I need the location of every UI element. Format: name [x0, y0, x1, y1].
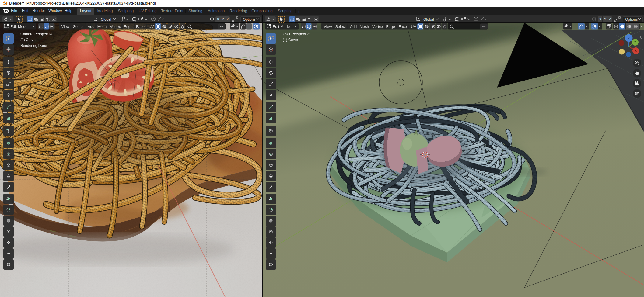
svg-text:UV: UV — [149, 25, 154, 29]
svg-text:X: X — [635, 49, 637, 53]
svg-text:View: View — [324, 25, 332, 29]
svg-text:Edge: Edge — [386, 25, 395, 29]
svg-text:Face: Face — [136, 25, 145, 29]
svg-text:(1) Curve: (1) Curve — [283, 38, 298, 42]
svg-text:Add: Add — [88, 25, 94, 29]
svg-text:Edit Mode: Edit Mode — [273, 25, 290, 29]
svg-text:Add: Add — [350, 25, 357, 29]
svg-text:Vertex: Vertex — [110, 25, 121, 29]
svg-text:Mesh: Mesh — [97, 25, 107, 29]
svg-text:Face: Face — [398, 25, 407, 29]
svg-text:Vertex: Vertex — [372, 25, 383, 29]
svg-text:View: View — [61, 25, 70, 29]
svg-text:Y: Y — [634, 41, 636, 44]
svg-text:Z: Z — [628, 36, 630, 40]
svg-text:Mesh: Mesh — [360, 25, 369, 29]
svg-text:Edit Mode: Edit Mode — [10, 25, 27, 29]
svg-text:UV: UV — [411, 25, 416, 29]
svg-text:Select: Select — [335, 25, 346, 29]
svg-text:Edge: Edge — [124, 25, 132, 29]
svg-text:User Perspective: User Perspective — [283, 32, 311, 36]
svg-text:Select: Select — [73, 25, 84, 29]
